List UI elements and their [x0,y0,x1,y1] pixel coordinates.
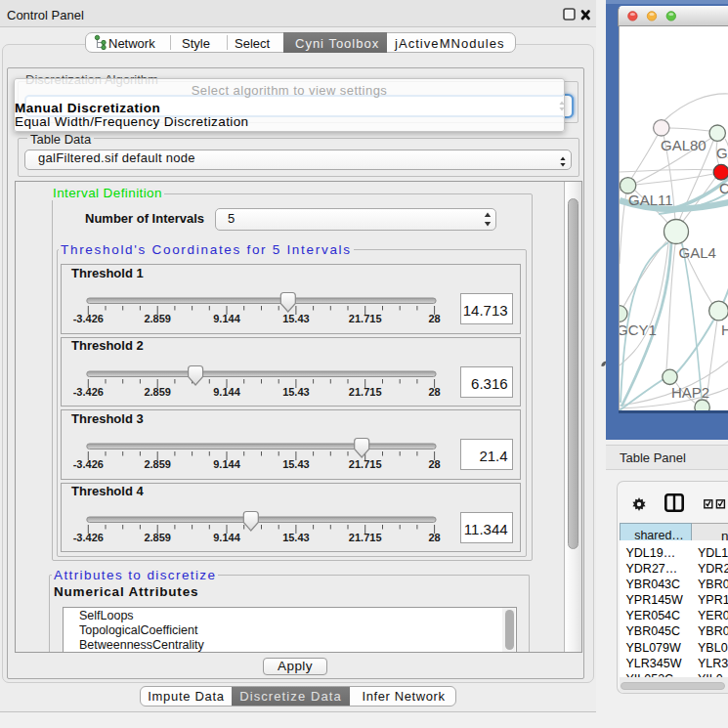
svg-text:21.715: 21.715 [349,531,382,542]
svg-text:9.144: 9.144 [213,385,240,397]
svg-text:15.43: 15.43 [282,385,310,397]
svg-text:GAL80: GAL80 [661,137,707,153]
svg-text:HAP2: HAP2 [671,384,709,401]
svg-text:2.859: 2.859 [144,313,171,324]
svg-text:GAL3: GAL3 [716,145,728,161]
svg-text:2.859: 2.859 [144,458,171,470]
svg-text:9.144: 9.144 [213,313,240,324]
svg-text:28: 28 [428,531,440,542]
svg-text:21.715: 21.715 [349,458,382,470]
svg-text:HI: HI [721,321,728,338]
svg-text:GCY1: GCY1 [620,321,657,338]
svg-text:CD: CD [719,180,728,196]
svg-text:15.43: 15.43 [282,313,310,324]
svg-text:GAL11: GAL11 [628,192,673,208]
svg-text:9.144: 9.144 [213,458,240,470]
svg-text:21.715: 21.715 [349,313,382,324]
svg-text:2.859: 2.859 [144,385,171,397]
svg-text:15.43: 15.43 [282,458,310,470]
svg-text:28: 28 [428,458,440,470]
svg-text:9.144: 9.144 [213,531,240,542]
svg-text:28: 28 [428,385,440,397]
svg-text:-3.426: -3.426 [73,385,104,397]
svg-text:-3.426: -3.426 [73,458,104,470]
svg-text:-3.426: -3.426 [73,531,104,542]
svg-text:-3.426: -3.426 [73,313,104,324]
svg-text:GAL4: GAL4 [679,244,716,261]
svg-text:28: 28 [428,313,440,324]
svg-text:2.859: 2.859 [144,531,171,542]
svg-text:21.715: 21.715 [349,385,382,397]
svg-text:15.43: 15.43 [282,531,310,542]
